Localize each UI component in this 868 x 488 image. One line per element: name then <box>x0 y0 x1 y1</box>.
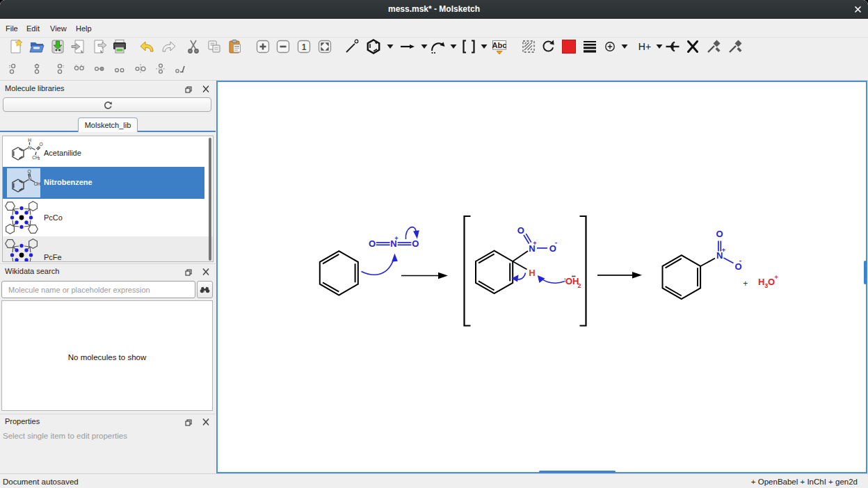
svg-text:+: + <box>743 279 748 288</box>
svg-text:O: O <box>369 238 376 249</box>
svg-text:Abc: Abc <box>492 41 507 49</box>
svg-text:N: N <box>29 177 32 181</box>
svg-text:-: - <box>555 238 557 246</box>
svg-text:N: N <box>28 145 31 150</box>
svg-text:O: O <box>716 229 723 239</box>
svg-text:O: O <box>517 225 524 236</box>
svg-text:H: H <box>529 268 535 278</box>
svg-text:+: + <box>775 274 778 281</box>
svg-text:1: 1 <box>302 42 307 52</box>
svg-text:+: + <box>533 240 536 247</box>
svg-text:O: O <box>39 142 42 147</box>
svg-text:+: + <box>394 235 398 242</box>
svg-text:H+: H+ <box>638 41 651 52</box>
svg-text:+: + <box>722 247 725 254</box>
svg-text:-: - <box>739 257 741 264</box>
svg-text:H: H <box>758 277 764 287</box>
svg-text:H: H <box>28 138 31 143</box>
svg-text:O: O <box>27 169 31 174</box>
svg-text:2: 2 <box>578 282 581 289</box>
svg-text:O: O <box>412 238 419 249</box>
svg-text:3: 3 <box>38 156 40 161</box>
svg-text:OH: OH <box>34 181 40 186</box>
